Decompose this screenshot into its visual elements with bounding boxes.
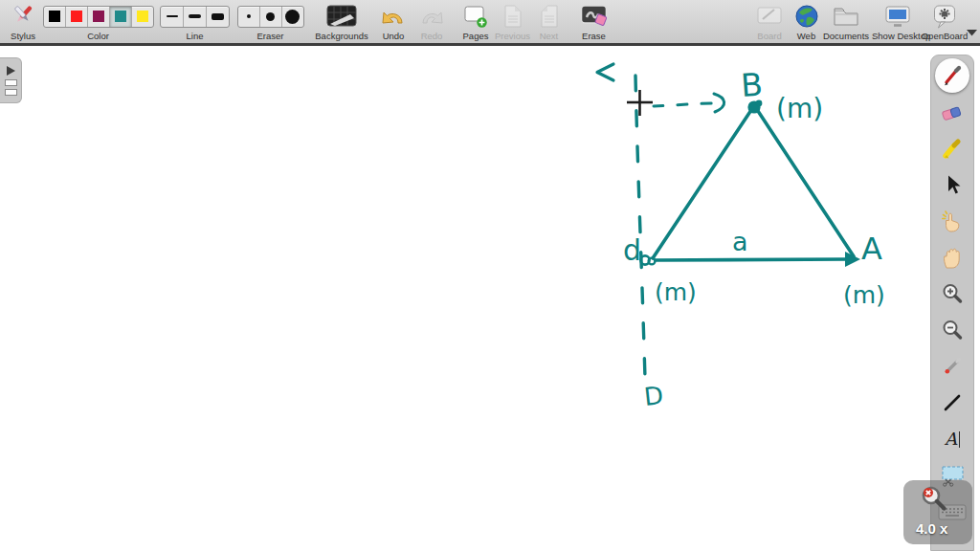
next-page-button[interactable]: Next <box>533 2 565 42</box>
whiteboard-canvas[interactable]: B (m) d a A (m) (m) D <box>0 0 980 551</box>
pen-tool[interactable] <box>930 57 974 94</box>
eraser-group: Eraser <box>237 2 303 42</box>
library-panel-tab[interactable] <box>0 57 22 103</box>
eraser-icon <box>940 100 965 123</box>
page-thumbnail-icon <box>5 79 17 86</box>
color-swatch-black[interactable] <box>44 7 65 27</box>
menu-chevron-down-icon[interactable] <box>967 23 977 40</box>
show-desktop-button[interactable]: Show Desktop <box>872 2 923 42</box>
stylus-palette: A <box>930 55 974 551</box>
previous-page-button[interactable]: Previous <box>494 2 531 42</box>
undo-button[interactable]: Undo <box>375 2 412 42</box>
next-page-label: Next <box>533 31 565 41</box>
previous-page-label: Previous <box>494 31 531 41</box>
text-tool[interactable]: A <box>930 421 974 457</box>
text-tool-glyph: A <box>945 430 957 448</box>
line-thin-button[interactable] <box>161 7 183 27</box>
main-toolbar: Stylus Color L <box>0 0 980 46</box>
laser-pointer-tool[interactable] <box>930 348 974 385</box>
line-medium-button[interactable] <box>183 7 206 27</box>
pan-hand-tool[interactable] <box>930 239 974 276</box>
color-swatch-maroon[interactable] <box>87 7 109 27</box>
previous-page-icon <box>494 2 531 31</box>
label-m-left: (m) <box>655 278 697 306</box>
line-thick-button[interactable] <box>206 7 229 27</box>
show-desktop-label: Show Desktop <box>872 31 923 41</box>
openboard-label: OpenBoard <box>920 31 969 41</box>
backgrounds-button[interactable]: Backgrounds <box>314 2 369 42</box>
label-vertex-a: A <box>861 231 882 267</box>
openboard-window: B (m) d a A (m) (m) D Stylus <box>0 0 980 551</box>
zoom-in-icon <box>941 282 964 305</box>
board-mode-icon <box>751 2 788 31</box>
open-hand-icon <box>940 245 965 270</box>
label-side-a: a <box>732 227 748 256</box>
triangle-sketch: B (m) d a A (m) (m) D <box>597 64 885 411</box>
eraser-medium-button[interactable] <box>259 7 281 27</box>
pages-icon <box>457 2 495 31</box>
label-d-small: d <box>623 233 641 267</box>
sketch-dashed-vertical-line <box>635 76 645 378</box>
line-tool[interactable] <box>930 385 974 421</box>
zoom-level-badge: 4.0 x <box>903 480 972 544</box>
vertex-scribble-2 <box>649 258 656 265</box>
backgrounds-icon <box>314 2 369 31</box>
expand-arrow-icon <box>5 65 16 77</box>
label-vertex-b: B <box>740 65 764 103</box>
web-button[interactable]: Web <box>791 2 822 42</box>
documents-button[interactable]: Documents <box>822 2 870 42</box>
line-label: Line <box>160 31 230 41</box>
eraser-tool[interactable] <box>930 94 974 130</box>
laser-pointer-icon <box>941 355 964 378</box>
undo-label: Undo <box>375 31 412 41</box>
zoom-level-value: 4.0 x <box>916 520 947 537</box>
text-caret-icon <box>959 431 960 448</box>
highlighter-tool[interactable] <box>930 130 974 166</box>
eraser-label: Eraser <box>237 31 303 41</box>
show-desktop-icon <box>872 2 923 31</box>
erase-label: Erase <box>573 31 614 41</box>
eraser-large-button[interactable] <box>281 7 303 27</box>
erase-button[interactable]: Erase <box>573 2 614 42</box>
openboard-menu-button[interactable]: OpenBoard <box>920 2 969 42</box>
line-group: Line <box>160 2 230 42</box>
pages-button[interactable]: Pages <box>457 2 495 42</box>
zoom-out-icon <box>941 319 964 342</box>
sketch-dashed-arrowhead <box>714 94 724 112</box>
color-swatch-red[interactable] <box>65 7 87 27</box>
board-mode-button[interactable]: Board <box>751 2 788 42</box>
pages-label: Pages <box>457 31 495 41</box>
web-label: Web <box>791 31 822 41</box>
line-tool-icon <box>941 391 964 414</box>
documents-label: Documents <box>822 31 870 41</box>
undo-icon <box>375 2 412 31</box>
erase-icon <box>573 2 614 31</box>
label-point-d: D <box>642 381 664 411</box>
label-m-top: (m) <box>776 93 823 124</box>
sketch-dashed-arrow <box>654 103 717 106</box>
pointing-hand-icon <box>940 209 965 233</box>
redo-label: Redo <box>413 31 450 41</box>
color-label: Color <box>44 31 152 41</box>
redo-button[interactable]: Redo <box>413 2 450 42</box>
color-swatch-yellow[interactable] <box>131 7 153 27</box>
zoom-out-tool[interactable] <box>930 312 974 348</box>
color-group: Color <box>44 2 152 42</box>
selected-tool-highlight <box>935 58 969 93</box>
selector-tool[interactable] <box>930 166 974 203</box>
interact-tool[interactable] <box>930 203 974 239</box>
highlighter-icon <box>941 137 964 160</box>
zoom-in-tool[interactable] <box>930 276 974 312</box>
stylus-icon <box>2 2 44 31</box>
cancel-zoom-icon[interactable] <box>918 483 952 518</box>
triangle-bottom-edge <box>656 259 846 260</box>
backgrounds-label: Backgrounds <box>314 31 369 41</box>
triangle-right-edge <box>756 108 854 256</box>
page-thumbnail-icon-2 <box>5 89 17 96</box>
documents-folder-icon <box>822 2 870 31</box>
stylus-button[interactable]: Stylus <box>2 2 44 42</box>
color-swatch-teal[interactable] <box>109 7 131 27</box>
eraser-small-button[interactable] <box>238 7 259 27</box>
board-mode-label: Board <box>751 31 788 41</box>
text-tool-icon: A <box>945 430 960 448</box>
